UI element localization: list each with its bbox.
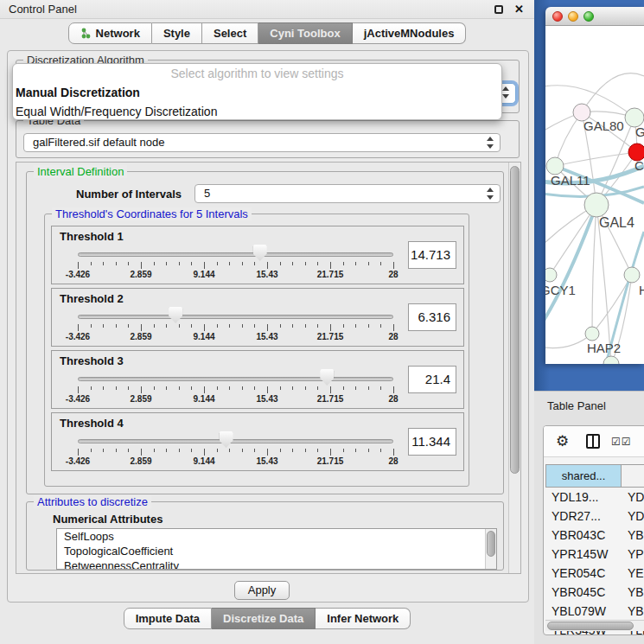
threshold-slider-handle[interactable] — [220, 431, 233, 448]
tick-label: -3.426 — [66, 270, 90, 279]
node-table: shared...naYDL19...YDL1YDR27...YDR2YBR04… — [545, 464, 644, 635]
number-of-intervals-combobox[interactable]: 5 — [194, 184, 501, 203]
network-node-gal4[interactable] — [584, 193, 609, 217]
network-node-gcy1[interactable] — [545, 268, 557, 282]
close-icon[interactable]: ✕ — [514, 2, 524, 17]
tick-label: 2.859 — [130, 270, 151, 279]
network-node[interactable] — [603, 356, 619, 364]
window-close-icon[interactable] — [552, 11, 563, 22]
threshold-label: Threshold 3 — [60, 354, 124, 367]
threshold-slider-handle[interactable] — [253, 245, 267, 261]
column-header[interactable]: na — [622, 464, 644, 488]
network-graph: GAL80GACGAL11GAL4GCY1HHAP2 — [545, 26, 644, 364]
network-node-h[interactable] — [624, 267, 640, 283]
attribute-list-item[interactable]: BetweennessCentrality — [57, 558, 496, 570]
table-panel-title: Table Panel — [547, 392, 606, 421]
tick-label: 21.715 — [317, 332, 344, 341]
tab-label: Network — [96, 23, 140, 43]
table-cell: YBL079W — [545, 602, 622, 621]
threshold-slider-track[interactable] — [78, 377, 393, 381]
dropdown-item-manual-discretization[interactable]: Manual Discretization — [13, 83, 501, 102]
table-panel: ⚙ ☑☑ shared...naYDL19...YDL1YDR27...YDR2… — [534, 421, 644, 644]
attributes-group-title: Attributes to discretize — [34, 495, 151, 508]
tab-label: jActiveMNodules — [364, 23, 455, 43]
number-of-intervals-value: 5 — [204, 185, 210, 202]
network-node-gal11[interactable] — [546, 157, 564, 175]
table-row[interactable]: YBR045CYBR0 — [545, 583, 644, 602]
tab-cyni-toolbox[interactable]: Cyni Toolbox — [258, 22, 352, 44]
window-minimize-icon[interactable] — [568, 11, 578, 22]
tab-network[interactable]: Network — [68, 22, 152, 44]
combo-stepper-icon — [486, 188, 494, 200]
tick-label: -3.426 — [66, 394, 90, 404]
tick-label: 15.43 — [256, 332, 277, 341]
threshold-value-field[interactable]: 11.344 — [408, 428, 456, 456]
tick-label: 28 — [388, 394, 398, 404]
tick-label: 15.43 — [256, 394, 277, 404]
thresholds-group-title: Threshold's Coordinates for 5 Intervals — [52, 207, 252, 220]
horizontal-scrollbar[interactable] — [545, 620, 644, 631]
tab-label: Impute Data — [136, 609, 200, 628]
vertical-scrollbar[interactable] — [508, 163, 520, 573]
table-row[interactable]: YDR27...YDR2 — [545, 507, 644, 526]
dropdown-item-equal-width[interactable]: Equal Width/Frequency Discretization — [13, 102, 501, 121]
threshold-slider-handle[interactable] — [320, 369, 334, 386]
tick-label: 15.43 — [256, 270, 277, 279]
threshold-slider-handle[interactable] — [169, 307, 182, 323]
settings-scrollpane: Interval Definition Number of Intervals … — [16, 162, 521, 574]
tick-label: 2.859 — [130, 394, 151, 404]
interval-definition-title: Interval Definition — [34, 165, 127, 178]
slider-ticks — [78, 324, 393, 331]
select-columns-checkbox-icons[interactable]: ☑☑ — [611, 436, 632, 448]
tab-impute-data[interactable]: Impute Data — [124, 608, 212, 629]
window-zoom-icon[interactable] — [583, 11, 594, 22]
apply-button[interactable]: Apply — [234, 581, 290, 600]
network-node-hap2[interactable] — [585, 327, 599, 341]
tab-infer-network[interactable]: Infer Network — [316, 608, 411, 629]
attributes-scrollbar[interactable] — [485, 529, 496, 569]
network-icon — [80, 28, 92, 39]
attribute-list-item[interactable]: SelfLoops — [57, 529, 496, 544]
tick-label: -3.426 — [66, 456, 90, 466]
threshold-value-field[interactable]: 21.4 — [408, 366, 456, 393]
threshold-slider-track[interactable] — [78, 252, 393, 257]
attribute-list-item[interactable]: TopologicalCoefficient — [57, 544, 496, 558]
node-label: H — [639, 283, 644, 297]
cyni-toolbox-panel: Discretization Algorithm Select algorith… — [7, 50, 529, 603]
threshold-value-field[interactable]: 14.713 — [408, 241, 456, 269]
network-canvas[interactable]: GAL80GACGAL11GAL4GCY1HHAP2 — [545, 26, 644, 364]
interval-definition-group: Interval Definition Number of Intervals … — [26, 171, 504, 494]
algorithm-dropdown-popup: Select algorithm to view settings Manual… — [12, 63, 502, 120]
vertical-scrollbar-thumb[interactable] — [510, 166, 520, 474]
table-row[interactable]: YPR145WYPR1 — [545, 545, 644, 564]
tab-style[interactable]: Style — [152, 22, 202, 44]
table-data-group: Table Data galFiltered.sif default node — [16, 120, 520, 158]
tab-discretize-data[interactable]: Discretize Data — [212, 608, 316, 629]
threshold-slider-track[interactable] — [78, 315, 393, 319]
gear-icon[interactable]: ⚙ — [556, 432, 569, 450]
tab-label: Infer Network — [327, 609, 399, 628]
horizontal-scrollbar-thumb[interactable] — [547, 622, 634, 630]
tick-label: 21.715 — [317, 394, 344, 404]
node-label: C — [634, 158, 644, 173]
table-row[interactable]: YBR043CYBR0 — [545, 526, 644, 545]
threshold-slider-track[interactable] — [78, 439, 393, 443]
table-row[interactable]: YER054CYER0 — [545, 564, 644, 583]
table-data-value: galFiltered.sif default node — [33, 134, 164, 151]
tab-select[interactable]: Select — [202, 22, 258, 44]
slider-ticks — [78, 449, 393, 456]
table-data-combobox[interactable]: galFiltered.sif default node — [23, 133, 501, 152]
tab-label: Style — [163, 23, 190, 43]
network-edge-thick — [545, 205, 596, 323]
column-header[interactable]: shared... — [545, 464, 622, 488]
float-window-icon[interactable] — [494, 5, 503, 14]
threshold-value-field[interactable]: 6.316 — [408, 303, 456, 331]
split-columns-icon[interactable] — [586, 434, 600, 449]
attributes-scrollbar-thumb[interactable] — [487, 531, 495, 557]
numerical-attributes-list[interactable]: SelfLoopsTopologicalCoefficientBetweenne… — [56, 528, 497, 570]
threshold-2-panel: Threshold 2-3.4262.8599.14415.4321.71528… — [51, 288, 464, 347]
attributes-group: Attributes to discretize Numerical Attri… — [26, 501, 504, 571]
table-row[interactable]: YBL079WYBL0 — [545, 602, 644, 621]
table-row[interactable]: YDL19...YDL1 — [545, 488, 644, 507]
tab-jactivemnodules[interactable]: jActiveMNodules — [353, 22, 467, 44]
